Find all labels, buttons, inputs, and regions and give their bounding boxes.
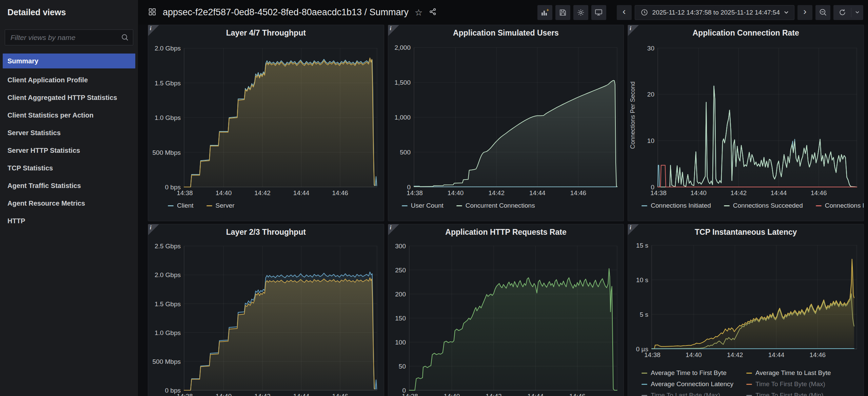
svg-text:14:40: 14:40 xyxy=(216,189,232,196)
application-http-requests-rate-plot[interactable]: 05010015020025030014:3814:4014:4214:4414… xyxy=(388,237,624,396)
legend-series-dash xyxy=(642,205,647,206)
add-panel-button[interactable]: + xyxy=(537,5,552,20)
sidebar-item-agent-resource-metrics[interactable]: Agent Resource Metrics xyxy=(3,194,135,212)
svg-text:30: 30 xyxy=(647,45,654,52)
legend-item[interactable]: Average Time to Last Byte xyxy=(746,369,831,377)
legend-series-label: Concurrent Connections xyxy=(466,202,535,209)
zoom-out-time-button[interactable] xyxy=(815,5,830,20)
svg-text:14:46: 14:46 xyxy=(570,189,586,196)
application-simulated-users-plot[interactable]: 05001,0001,5002,00014:3814:4014:4214:441… xyxy=(388,38,624,199)
legend-item[interactable]: Connections Succeeded xyxy=(724,202,803,209)
time-range-picker[interactable]: 2025-11-12 14:37:58 to 2025-11-12 14:47:… xyxy=(635,5,794,20)
svg-text:500: 500 xyxy=(400,149,411,156)
sidebar-item-server-statistics[interactable]: Server Statistics xyxy=(3,124,135,142)
svg-text:14:44: 14:44 xyxy=(293,393,310,396)
svg-text:20: 20 xyxy=(647,91,654,98)
sidebar-item-summary[interactable]: Summary xyxy=(3,54,135,68)
svg-text:200: 200 xyxy=(395,291,406,298)
svg-text:1,500: 1,500 xyxy=(394,79,411,86)
sidebar-item-server-http-statistics[interactable]: Server HTTP Statistics xyxy=(3,142,135,159)
time-range-forward-button[interactable]: › xyxy=(797,5,812,20)
panel-application-connection-rate: i Application Connection Rate 010203014:… xyxy=(628,25,864,221)
sidebar-item-agent-traffic-statistics[interactable]: Agent Traffic Statistics xyxy=(3,177,135,194)
svg-text:14:44: 14:44 xyxy=(768,351,785,358)
svg-text:10: 10 xyxy=(647,137,654,144)
dashboard-grid: i Layer 4/7 Throughput 0 bps500 Mbps1.0 … xyxy=(138,25,868,396)
panel-legend: Average Time to First ByteAverage Time t… xyxy=(628,369,831,396)
panel-title[interactable]: Layer 2/3 Throughput xyxy=(148,224,384,237)
legend-series-label: Average Connection Latency xyxy=(651,380,733,388)
legend-item[interactable]: Server xyxy=(206,202,235,209)
legend-item[interactable]: Connections Failed xyxy=(816,202,864,209)
refresh-dashboard-button[interactable] xyxy=(833,5,863,20)
legend-item[interactable]: Average Time to First Byte xyxy=(642,369,733,377)
svg-text:300: 300 xyxy=(395,243,406,250)
legend-series-label: Server xyxy=(216,202,235,209)
legend-series-label: Client xyxy=(177,202,194,209)
legend-series-label: Connections Initiated xyxy=(651,202,711,209)
sidebar-item-tcp-statistics[interactable]: TCP Statistics xyxy=(3,159,135,177)
svg-text:14:38: 14:38 xyxy=(407,189,423,196)
layer-2-3-throughput-plot[interactable]: 0 bps500 Mbps1.0 Gbps1.5 Gbps2.0 Gbps2.5… xyxy=(148,237,384,396)
legend-series-dash xyxy=(746,395,752,396)
svg-text:14:46: 14:46 xyxy=(332,393,348,396)
panel-title[interactable]: Application HTTP Requests Rate xyxy=(388,224,624,237)
time-range-back-button[interactable]: ‹ xyxy=(617,5,632,20)
legend-item[interactable]: Time To First Byte (Min) xyxy=(746,392,831,396)
svg-text:250: 250 xyxy=(395,267,406,274)
legend-item[interactable]: Time To Last Byte (Max) xyxy=(642,392,733,396)
filter-views-input[interactable] xyxy=(5,29,133,45)
view-list: Summary Client Application Profile Clien… xyxy=(0,54,138,230)
panel-title[interactable]: Application Connection Rate xyxy=(628,25,864,38)
svg-text:14:42: 14:42 xyxy=(488,189,505,196)
refresh-interval-dropdown[interactable] xyxy=(851,11,863,14)
svg-text:150: 150 xyxy=(395,315,406,322)
panel-legend: ClientServer xyxy=(148,202,235,209)
legend-series-label: Time To Last Byte (Max) xyxy=(651,392,720,396)
legend-item[interactable]: User Count xyxy=(402,202,443,209)
svg-text:14:44: 14:44 xyxy=(529,189,546,196)
svg-text:14:46: 14:46 xyxy=(332,189,348,196)
sidebar-title: Detailed views xyxy=(0,0,138,17)
panel-info-icon[interactable]: i xyxy=(148,224,159,235)
tcp-instantaneous-latency-plot[interactable]: 0 µs5 s10 s15 s14:3814:4014:4214:4414:46 xyxy=(628,237,864,360)
legend-item[interactable]: Concurrent Connections xyxy=(456,202,535,209)
panel-title[interactable]: Application Simulated Users xyxy=(388,25,624,38)
legend-series-dash xyxy=(816,205,822,206)
legend-series-label: Connections Failed xyxy=(825,202,864,209)
save-dashboard-button[interactable] xyxy=(555,5,570,20)
panel-tcp-instantaneous-latency: i TCP Instantaneous Latency 0 µs5 s10 s1… xyxy=(628,224,864,396)
panel-info-icon[interactable]: i xyxy=(628,25,639,36)
svg-text:14:40: 14:40 xyxy=(443,393,460,396)
svg-text:14:42: 14:42 xyxy=(254,393,271,396)
svg-text:1.0 Gbps: 1.0 Gbps xyxy=(155,114,181,121)
layer-4-7-throughput-plot[interactable]: 0 bps500 Mbps1.0 Gbps1.5 Gbps2.0 Gbps14:… xyxy=(148,38,384,199)
panel-info-icon[interactable]: i xyxy=(388,224,399,235)
panel-info-icon[interactable]: i xyxy=(628,224,639,235)
sidebar-item-client-aggregated-http-statistics[interactable]: Client Aggregated HTTP Statistics xyxy=(3,89,135,106)
legend-item[interactable]: Client xyxy=(168,202,194,209)
legend-item[interactable]: Average Connection Latency xyxy=(642,380,733,388)
panel-info-icon[interactable]: i xyxy=(148,25,159,36)
sidebar-item-http[interactable]: HTTP xyxy=(3,212,135,230)
search-icon xyxy=(121,34,129,43)
panel-info-icon[interactable]: i xyxy=(388,25,399,36)
svg-text:14:44: 14:44 xyxy=(771,189,787,196)
legend-item[interactable]: Connections Initiated xyxy=(642,202,711,209)
share-icon[interactable] xyxy=(429,7,437,17)
star-icon[interactable]: ☆ xyxy=(415,8,422,17)
legend-series-dash xyxy=(642,384,647,385)
legend-series-dash xyxy=(746,373,752,374)
application-connection-rate-plot[interactable]: 010203014:3814:4014:4214:4414:46Connecti… xyxy=(628,38,864,199)
panel-title[interactable]: TCP Instantaneous Latency xyxy=(628,224,864,237)
sidebar-item-client-statistics-per-action[interactable]: Client Statistics per Action xyxy=(3,106,135,124)
sidebar-item-client-application-profile[interactable]: Client Application Profile xyxy=(3,71,135,89)
kiosk-mode-icon[interactable] xyxy=(591,5,606,20)
apps-grid-icon[interactable] xyxy=(148,7,157,18)
panel-title[interactable]: Layer 4/7 Throughput xyxy=(148,25,384,38)
dashboard-title[interactable]: appsec-f2e2f587-0ed8-4502-8fed-80aeacdc1… xyxy=(163,7,409,18)
legend-series-dash xyxy=(206,205,212,206)
dashboard-settings-button[interactable] xyxy=(573,5,588,20)
svg-text:14:40: 14:40 xyxy=(216,393,232,396)
legend-item[interactable]: Time To First Byte (Max) xyxy=(746,380,831,388)
